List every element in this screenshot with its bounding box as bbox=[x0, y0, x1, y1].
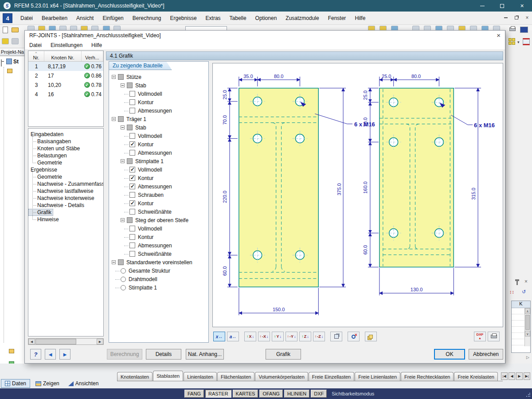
zoom-cancel-button[interactable] bbox=[348, 332, 360, 341]
dialog-close-icon[interactable]: × bbox=[497, 32, 501, 39]
pin-icon[interactable] bbox=[516, 281, 518, 285]
tab-freie-kreislasten[interactable]: Freie Kreislasten bbox=[454, 372, 498, 381]
toolbar-icon-fragment[interactable] bbox=[424, 26, 431, 30]
table-row[interactable]: 310,20✓0.78 bbox=[28, 80, 103, 90]
tree-node-stirnplatte-1[interactable]: Stirnplatte 1 bbox=[109, 283, 208, 292]
open-file-icon[interactable] bbox=[12, 27, 19, 32]
collapse-icon[interactable] bbox=[112, 75, 116, 79]
tree-node-kontur[interactable]: Kontur bbox=[109, 233, 208, 241]
checkbox[interactable] bbox=[129, 234, 135, 240]
nav-item-knoten-und-st-be[interactable]: Knoten und Stäbe bbox=[28, 145, 103, 152]
view-minus-x-button[interactable]: ↑-X↓ bbox=[258, 332, 270, 341]
toolbar-icon-fragment[interactable] bbox=[27, 26, 35, 30]
menu-ergebnisse[interactable]: Ergebnisse bbox=[166, 15, 201, 21]
dialog-menu-datei[interactable]: Datei bbox=[25, 42, 46, 48]
checkbox[interactable] bbox=[129, 243, 135, 248]
toolbar-icon-fragment[interactable] bbox=[458, 26, 466, 30]
dialog-menu-hilfe[interactable]: Hilfe bbox=[87, 42, 106, 48]
view-isometric-button[interactable] bbox=[330, 332, 342, 341]
horizontal-scrollbar[interactable]: ◀ ▶ bbox=[28, 338, 104, 345]
tree-node-kontur[interactable]: Kontur bbox=[109, 199, 208, 207]
checkbox[interactable] bbox=[129, 108, 135, 113]
tree-node-steg-der-oberen-steife[interactable]: Steg der oberen Steife bbox=[109, 216, 208, 224]
nav-item-nachweise-knotenweise[interactable]: Nachweise knotenweise bbox=[28, 195, 103, 202]
collapse-icon[interactable] bbox=[121, 159, 125, 163]
chevron-down-icon[interactable]: ▾ bbox=[517, 40, 520, 44]
toolbar-icon-fragment[interactable] bbox=[81, 26, 88, 30]
tree-node-kontur[interactable]: Kontur bbox=[109, 140, 208, 149]
folder-icon[interactable] bbox=[9, 349, 14, 353]
next-tab-button[interactable]: ▶ bbox=[516, 372, 523, 380]
details-button[interactable]: Details bbox=[146, 349, 181, 360]
column-header-2[interactable]: Verh... bbox=[82, 51, 103, 61]
status-toggle-dxf[interactable]: DXF bbox=[311, 390, 327, 398]
mdi-restore-button[interactable] bbox=[513, 15, 520, 21]
scroll-down-icon[interactable]: ∨ bbox=[525, 331, 530, 336]
nav-group-ergebnisse[interactable]: Ergebnisse bbox=[28, 166, 103, 173]
radio-button[interactable] bbox=[121, 277, 126, 282]
toolbar-icon-fragment[interactable] bbox=[412, 26, 419, 30]
menu-extras[interactable]: Extras bbox=[201, 15, 225, 21]
checkbox[interactable] bbox=[129, 99, 135, 105]
tab-fl-chenlasten[interactable]: Flächenlasten bbox=[217, 372, 255, 381]
close-panel-icon[interactable]: × bbox=[524, 278, 528, 285]
checkbox[interactable] bbox=[129, 175, 135, 181]
tree-node-schwei-n-hte[interactable]: Schweißnähte bbox=[109, 250, 208, 258]
module-combobox[interactable] bbox=[185, 26, 227, 30]
nav-item-nachweise-zusammenfassung[interactable]: Nachweise - Zusammenfassung bbox=[28, 180, 103, 188]
collapse-icon[interactable] bbox=[112, 260, 116, 264]
table-row[interactable]: 18,17,19✓0.76 bbox=[28, 62, 103, 71]
dim-a-button[interactable]: a↔ bbox=[227, 332, 239, 341]
radio-button[interactable] bbox=[121, 268, 126, 274]
tree-node-standardwerte-voreinstellen[interactable]: Standardwerte voreinstellen bbox=[109, 258, 208, 266]
tristate-checkbox[interactable] bbox=[118, 259, 124, 265]
prev-tab-button[interactable]: ◀ bbox=[509, 372, 515, 380]
menu-ansicht[interactable]: Ansicht bbox=[72, 15, 98, 21]
toolbar-icon-fragment[interactable] bbox=[368, 26, 375, 30]
menu-optionen[interactable]: Optionen bbox=[251, 15, 282, 21]
column-header-0[interactable]: Nr.^ bbox=[28, 51, 44, 61]
menu-einfügen[interactable]: Einfügen bbox=[98, 15, 128, 21]
tree-node-vollmodell[interactable]: Vollmodell bbox=[109, 165, 208, 174]
view-minus-y-button[interactable]: ↑-Y↓ bbox=[286, 332, 297, 341]
checkbox[interactable] bbox=[129, 91, 135, 97]
tree-node-tr-ger-1[interactable]: Träger 1 bbox=[109, 115, 208, 123]
checkbox[interactable] bbox=[129, 200, 135, 206]
tab-knotenlasten[interactable]: Knotenlasten bbox=[117, 372, 153, 381]
scroll-up-icon[interactable]: ∧ bbox=[525, 308, 530, 314]
tree-node-drahtmodell[interactable]: Drahtmodell bbox=[109, 275, 208, 283]
tab-freie-einzellasten[interactable]: Freie Einzellasten bbox=[309, 372, 354, 381]
collapse-icon[interactable] bbox=[112, 117, 116, 121]
dialog-titlebar[interactable]: RF-JOINTS - [Stahlrahmen_Anschlusssteifi… bbox=[25, 31, 505, 40]
toolbar-icon-fragment[interactable] bbox=[70, 26, 77, 30]
radio-button[interactable] bbox=[121, 285, 126, 290]
tree-node-vollmodell[interactable]: Vollmodell bbox=[109, 90, 208, 98]
checkbox[interactable] bbox=[129, 251, 135, 257]
toolbar-icon-fragment[interactable] bbox=[481, 26, 489, 30]
tree-node-vollmodell[interactable]: Vollmodell bbox=[109, 132, 208, 140]
scroll-right-icon[interactable]: ▷ bbox=[526, 355, 529, 360]
berechnung-button[interactable]: Berechnung bbox=[107, 349, 142, 360]
tristate-checkbox[interactable] bbox=[127, 125, 133, 130]
menu-tabelle[interactable]: Tabelle bbox=[225, 15, 251, 21]
nav-item-basisangaben[interactable]: Basisangaben bbox=[28, 138, 103, 145]
checkbox[interactable] bbox=[129, 226, 135, 231]
maximize-button[interactable] bbox=[492, 0, 512, 12]
rotate-icon[interactable]: ↺ bbox=[522, 289, 526, 295]
toolbar-icon-fragment[interactable] bbox=[435, 26, 442, 30]
toolbar-icon-fragment[interactable] bbox=[2, 38, 9, 44]
collapse-icon[interactable] bbox=[121, 83, 125, 87]
tab-freie-rechtecklasten[interactable]: Freie Rechtecklasten bbox=[401, 372, 454, 381]
dimension-arrows-icon[interactable]: ↕↕ bbox=[509, 289, 514, 294]
next-button[interactable]: ▶ bbox=[59, 349, 70, 360]
status-toggle-raster[interactable]: RASTER bbox=[205, 390, 231, 398]
graphic-canvas[interactable]: 35.0 80.0 25.0 70.0 220.0 60.0 375.0 150… bbox=[212, 63, 503, 327]
toolbar-icon-fragment[interactable] bbox=[493, 26, 500, 30]
minimize-button[interactable] bbox=[472, 0, 492, 12]
nav-group-eingabedaten[interactable]: Eingabedaten bbox=[28, 131, 103, 138]
tristate-checkbox[interactable] bbox=[118, 116, 124, 122]
tree-node-stab[interactable]: Stab bbox=[109, 81, 208, 90]
toolbar-icon-fragment[interactable] bbox=[38, 26, 45, 30]
tree-node-vollmodell[interactable]: Vollmodell bbox=[109, 224, 208, 233]
tree-node-stab[interactable]: Stab bbox=[109, 123, 208, 132]
